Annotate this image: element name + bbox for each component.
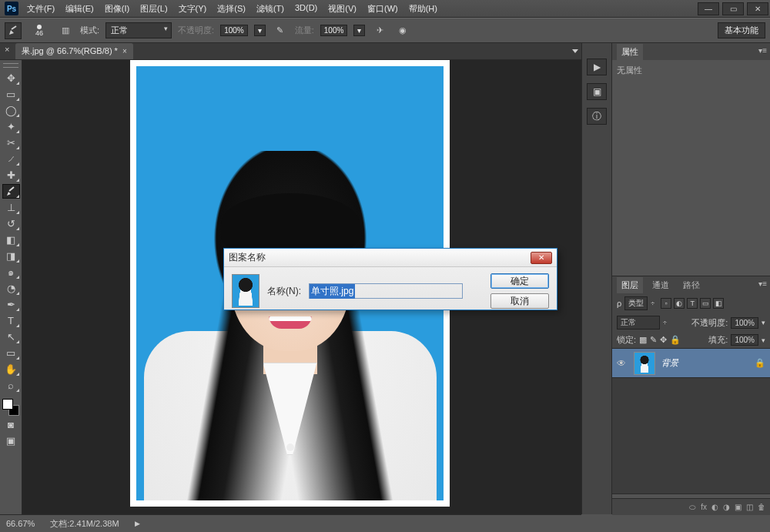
menu-type[interactable]: 文字(Y) — [175, 2, 211, 16]
airbrush-icon[interactable]: ✈ — [371, 22, 388, 39]
fill-value[interactable]: 100% — [731, 334, 758, 346]
group-icon[interactable]: ▣ — [735, 503, 742, 511]
healing-brush-tool[interactable]: ✚ — [2, 168, 20, 182]
menu-help[interactable]: 帮助(H) — [405, 2, 441, 16]
filter-adjust-icon[interactable]: ◐ — [674, 298, 685, 309]
ok-button[interactable]: 确定 — [490, 273, 549, 289]
maximize-button[interactable]: ▭ — [722, 2, 744, 15]
type-tool[interactable]: T — [2, 313, 20, 328]
blend-arrow-icon[interactable]: ÷ — [663, 319, 667, 326]
flow-value[interactable]: 100% — [320, 25, 348, 36]
color-swatches[interactable] — [2, 399, 19, 416]
document-tab[interactable]: 果.jpg @ 66.7%(RGB/8) * × — [15, 43, 133, 59]
opacity-value[interactable]: 100% — [220, 25, 248, 36]
layer-thumbnail[interactable] — [634, 352, 655, 375]
fill-arrow-icon[interactable]: ▾ — [762, 336, 765, 344]
tab-layers[interactable]: 图层 — [617, 277, 643, 293]
info-panel-icon[interactable]: ⓘ — [587, 108, 607, 125]
tab-channels[interactable]: 通道 — [648, 277, 674, 293]
lock-transparency-icon[interactable]: ▩ — [639, 335, 647, 345]
panel-menu-icon[interactable]: ▾≡ — [758, 46, 767, 55]
opacity-arrow-icon[interactable]: ▾ — [762, 319, 765, 326]
mask-icon[interactable]: ◐ — [711, 503, 718, 511]
dialog-titlebar[interactable]: 图案名称 ✕ — [224, 249, 557, 267]
filter-smart-icon[interactable]: ◧ — [713, 298, 724, 309]
eraser-tool[interactable]: ◧ — [2, 233, 20, 247]
adjustment-layer-icon[interactable]: ◑ — [723, 503, 730, 511]
magic-wand-tool[interactable]: ✦ — [2, 119, 20, 134]
filter-type-icon[interactable]: T — [687, 298, 698, 309]
doc-info[interactable]: 文档:2.41M/2.38M — [50, 518, 119, 530]
pressure-size-icon[interactable]: ◉ — [394, 22, 411, 39]
crop-tool[interactable]: ✂ — [2, 136, 20, 150]
zoom-tool[interactable]: ⌕ — [2, 378, 20, 393]
lasso-tool[interactable]: ◯ — [2, 103, 20, 118]
layer-name[interactable]: 背景 — [661, 357, 748, 369]
eyedropper-tool[interactable]: ⟋ — [2, 152, 20, 166]
tab-properties[interactable]: 属性 — [617, 44, 643, 60]
layers-panel-menu-icon[interactable]: ▾≡ — [758, 279, 767, 288]
filter-shape-icon[interactable]: ▭ — [700, 298, 711, 309]
menu-file[interactable]: 文件(F) — [23, 2, 59, 16]
zoom-level[interactable]: 66.67% — [6, 519, 35, 528]
blur-tool[interactable]: ๑ — [2, 265, 20, 279]
menu-window[interactable]: 窗口(W) — [363, 2, 402, 16]
dialog-close-button[interactable]: ✕ — [531, 252, 552, 264]
dodge-tool[interactable]: ◔ — [2, 281, 20, 296]
brush-panel-icon[interactable]: ▥ — [57, 22, 74, 39]
current-tool-icon[interactable] — [5, 22, 22, 39]
minimize-button[interactable]: — — [698, 2, 719, 15]
history-panel-icon[interactable]: ▶ — [587, 59, 607, 75]
gradient-tool[interactable]: ◨ — [2, 249, 20, 263]
menu-view[interactable]: 视图(V) — [324, 2, 360, 16]
opacity-dropdown-icon[interactable]: ▾ — [254, 25, 266, 36]
menu-image[interactable]: 图像(I) — [101, 2, 133, 16]
brush-tool[interactable] — [2, 184, 20, 199]
rectangle-tool[interactable]: ▭ — [2, 346, 20, 360]
history-brush-tool[interactable]: ↺ — [2, 216, 20, 231]
pen-tool[interactable]: ✒ — [2, 297, 20, 312]
filter-kind-arrow-icon[interactable]: ÷ — [651, 299, 654, 307]
menu-select[interactable]: 选择(S) — [213, 2, 249, 16]
tab-paths[interactable]: 路径 — [678, 277, 705, 293]
delete-layer-icon[interactable]: 🗑 — [758, 503, 765, 511]
layer-row-background[interactable]: 👁 背景 🔒 — [612, 349, 770, 378]
lock-position-icon[interactable]: ✥ — [660, 335, 667, 345]
fx-icon[interactable]: fx — [701, 503, 707, 511]
move-tool[interactable]: ✥ — [2, 71, 20, 85]
layer-opacity-value[interactable]: 100% — [731, 317, 758, 329]
workspace-switcher[interactable]: 基本功能 — [718, 22, 765, 38]
layer-blend-mode-select[interactable]: 正常 — [617, 316, 660, 330]
brush-preset-picker[interactable]: 46 — [28, 25, 51, 37]
actions-panel-icon[interactable]: ▣ — [587, 83, 607, 100]
hand-tool[interactable]: ✋ — [2, 362, 20, 376]
name-input[interactable]: 单寸照.jpg — [309, 283, 463, 299]
option-bar: 46 ▥ 模式: 正常 不透明度: 100% ▾ ✎ 流量: 100% ▾ ✈ … — [0, 18, 770, 43]
menu-edit[interactable]: 编辑(E) — [62, 2, 98, 16]
menu-layer[interactable]: 图层(L) — [136, 2, 171, 16]
stamp-tool[interactable]: ⊥ — [2, 200, 20, 215]
new-layer-icon[interactable]: ◫ — [746, 503, 753, 511]
path-selection-tool[interactable]: ↖ — [2, 330, 20, 344]
lock-pixels-icon[interactable]: ✎ — [650, 335, 657, 345]
foreground-color-icon[interactable] — [2, 399, 13, 410]
layers-panel: 图层 通道 路径 ▾≡ ρ 类型 ÷ ▫ ◐ T ▭ ◧ 正常 ÷ 不 — [612, 276, 770, 494]
cancel-button[interactable]: 取消 — [490, 293, 549, 309]
lock-all-icon[interactable]: 🔒 — [670, 335, 681, 345]
tab-close-icon[interactable]: × — [122, 47, 127, 55]
pressure-opacity-icon[interactable]: ✎ — [272, 22, 289, 39]
docinfo-arrow-icon[interactable]: ▶ — [135, 520, 140, 527]
filter-kind-select[interactable]: 类型 — [624, 296, 648, 310]
layer-lock-icon[interactable]: 🔒 — [755, 358, 765, 368]
menu-filter[interactable]: 滤镜(T) — [253, 2, 288, 16]
blend-mode-select[interactable]: 正常 — [105, 22, 172, 38]
close-button[interactable]: ✕ — [747, 2, 768, 15]
screen-mode-icon[interactable]: ▣ — [2, 433, 20, 448]
visibility-toggle-icon[interactable]: 👁 — [617, 358, 628, 369]
flow-dropdown-icon[interactable]: ▾ — [353, 25, 365, 36]
link-layers-icon[interactable]: ⬭ — [689, 503, 696, 512]
quick-mask-icon[interactable]: ◙ — [2, 417, 20, 432]
filter-pixel-icon[interactable]: ▫ — [661, 298, 671, 309]
marquee-tool[interactable]: ▭ — [2, 87, 20, 102]
menu-3d[interactable]: 3D(D) — [291, 2, 321, 16]
